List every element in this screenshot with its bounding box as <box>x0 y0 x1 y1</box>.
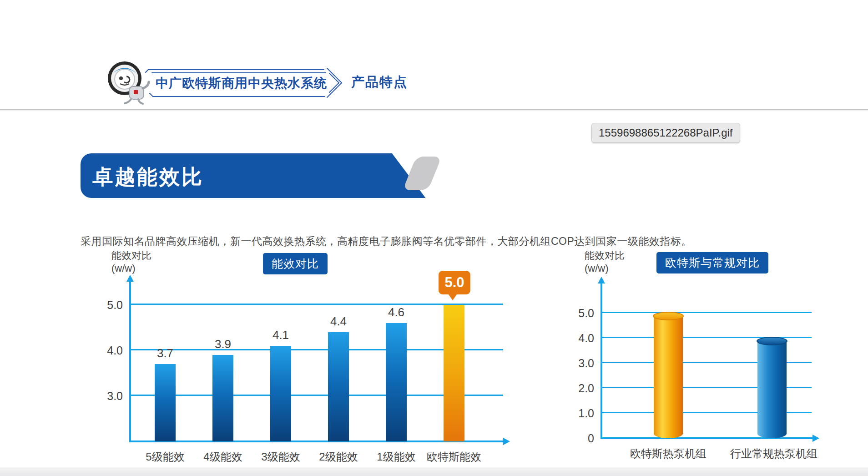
category-label: 行业常规热泵机组 <box>730 446 814 461</box>
right-chart-axis-title: 能效对比 (w/w) <box>585 249 625 275</box>
page: 中广欧特斯商用中央热水系统 产品特点 1559698865122268PaIP.… <box>0 0 868 476</box>
left-chart-axis-title: 能效对比 (w/w) <box>111 249 151 275</box>
filename-tooltip: 1559698865122268PaIP.gif <box>591 123 740 143</box>
y-tick-label: 5.0 <box>87 299 123 312</box>
section-label: 产品特点 <box>351 73 408 91</box>
bar-5级能效 <box>155 364 176 441</box>
bar-3级能效 <box>270 346 291 441</box>
y-tick-label: 3.0 <box>87 390 123 403</box>
right-axis-title-line2: (w/w) <box>585 262 625 275</box>
category-label: 欧特斯能效 <box>412 450 496 464</box>
value-label: 4.4 <box>320 314 357 329</box>
bar-4级能效 <box>212 355 233 441</box>
bar-2级能效 <box>328 332 349 441</box>
right-chart-legend-badge: 欧特斯与常规对比 <box>656 252 768 273</box>
gridline <box>601 312 812 313</box>
bar-欧特斯能效 <box>444 305 464 441</box>
y-tick-label: 2.0 <box>559 382 594 395</box>
left-chart-plot: 3.04.05.03.75级能效3.94级能效4.13级能效4.42级能效4.6… <box>130 291 503 441</box>
y-tick-label: 1.0 <box>559 407 594 420</box>
description-text: 采用国际知名品牌高效压缩机，新一代高效换热系统，高精度电子膨胀阀等名优零部件，大… <box>81 234 790 248</box>
category-label: 欧特斯热泵机组 <box>626 446 710 461</box>
y-tick-label: 4.0 <box>87 344 123 357</box>
right-axis-title-line1: 能效对比 <box>585 249 625 262</box>
left-chart-legend-badge: 能效对比 <box>263 253 328 274</box>
value-label: 4.6 <box>378 305 414 319</box>
y-tick-label: 4.0 <box>559 332 594 345</box>
left-x-axis-arrow-icon <box>503 438 510 445</box>
value-label: 3.9 <box>205 337 241 351</box>
bar-行业常规热泵机组 <box>757 341 787 439</box>
mascot-logo-icon <box>103 59 151 106</box>
banner-title: 卓越能效比 <box>92 163 204 191</box>
brand-title: 中广欧特斯商用中央热水系统 <box>156 75 327 92</box>
right-x-axis-arrow-icon <box>812 435 819 442</box>
footer-strip <box>0 467 868 476</box>
left-axis-title-line1: 能效对比 <box>111 249 151 262</box>
right-chart-plot: 01.02.03.04.05.0欧特斯热泵机组行业常规热泵机组 <box>601 300 812 438</box>
y-tick-label: 5.0 <box>559 307 594 320</box>
value-label: 4.1 <box>262 328 299 342</box>
section-banner: 卓越能效比 <box>81 153 434 198</box>
banner-corner-decoration <box>403 157 442 190</box>
y-tick-label: 0 <box>559 432 594 445</box>
value-label: 3.7 <box>147 346 183 360</box>
left-axis-title-line2: (w/w) <box>111 262 151 275</box>
y-tick-label: 3.0 <box>559 357 594 370</box>
highlight-callout: 5.0 <box>439 271 470 294</box>
bar-欧特斯热泵机组 <box>654 316 683 439</box>
header-divider <box>0 109 868 111</box>
bar-1级能效 <box>386 323 407 441</box>
